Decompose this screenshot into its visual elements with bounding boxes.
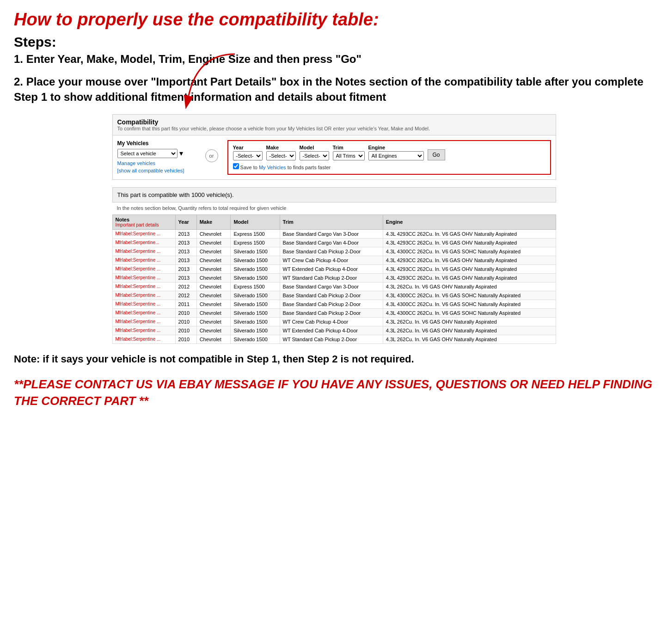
engine-select[interactable]: All Engines (368, 151, 424, 160)
trim-select[interactable]: All Trims (333, 151, 365, 160)
ymm-row: Year -Select- Make -Select- Model (233, 145, 545, 160)
cell-trim: Base Standard Cargo Van 3-Door (280, 229, 383, 238)
cell-make: Chevrolet (196, 300, 231, 308)
dropdown-icon: ▾ (179, 149, 183, 158)
cell-make: Chevrolet (196, 335, 231, 343)
cell-year: 2013 (175, 256, 196, 264)
year-select[interactable]: -Select- (233, 151, 263, 160)
cell-make: Chevrolet (196, 326, 231, 335)
cell-model: Silverado 1500 (231, 256, 280, 264)
cell-year: 2010 (175, 317, 196, 326)
cell-make: Chevrolet (196, 256, 231, 264)
cell-trim: WT Extended Cab Pickup 4-Door (280, 264, 383, 273)
cell-model: Express 1500 (231, 229, 280, 238)
col-model: Model (231, 215, 280, 229)
cell-trim: Base Standard Cab Pickup 2-Door (280, 247, 383, 256)
cell-year: 2013 (175, 229, 196, 238)
cell-model: Express 1500 (231, 282, 280, 291)
table-row: Mfrlabel:Serpentine ...2013ChevroletSilv… (112, 247, 556, 256)
cell-notes: Mfrlabel:Serpentine ... (112, 247, 175, 256)
save-row: Save to My Vehicles to finds parts faste… (233, 163, 545, 170)
cell-notes: Mfrlabel:Serpentine ... (112, 282, 175, 291)
cell-engine: 4.3L 4300CC 262Cu. In. V6 GAS SOHC Natur… (383, 308, 556, 317)
cell-engine: 4.3L 262Cu. In. V6 GAS OHV Naturally Asp… (383, 326, 556, 335)
cell-engine: 4.3L 262Cu. In. V6 GAS OHV Naturally Asp… (383, 335, 556, 343)
cell-trim: WT Crew Cab Pickup 4-Door (280, 256, 383, 264)
or-divider: or (205, 149, 218, 162)
cell-year: 2012 (175, 291, 196, 300)
ymm-section: Year -Select- Make -Select- Model (227, 140, 551, 175)
step1-text: 1. Enter Year, Make, Model, Trim, Engine… (14, 53, 654, 66)
cell-engine: 4.3L 4300CC 262Cu. In. V6 GAS SOHC Natur… (383, 300, 556, 308)
cell-make: Chevrolet (196, 308, 231, 317)
cell-make: Chevrolet (196, 247, 231, 256)
make-select[interactable]: -Select- (266, 151, 296, 160)
cell-engine: 4.3L 262Cu. In. V6 GAS OHV Naturally Asp… (383, 317, 556, 326)
manage-vehicles-link[interactable]: Manage vehicles (117, 160, 196, 166)
cell-trim: Base Standard Cab Pickup 2-Door (280, 291, 383, 300)
compatibility-table: Notes Important part details Year Make M… (112, 215, 556, 344)
cell-model: Silverado 1500 (231, 291, 280, 300)
table-row: Mfrlabel:Serpentine ...2010ChevroletSilv… (112, 308, 556, 317)
my-vehicles-label: My Vehicles (117, 140, 196, 147)
vehicle-select-row: Select a vehicle ▾ (117, 149, 196, 158)
compat-header: Compatibility To confirm that this part … (113, 115, 556, 135)
cell-engine: 4.3L 4293CC 262Cu. In. V6 GAS OHV Natura… (383, 256, 556, 264)
go-button[interactable]: Go (428, 149, 445, 160)
make-label: Make (266, 145, 296, 150)
table-row: Mfrlabel:Serpentine ...2012ChevroletExpr… (112, 282, 556, 291)
compatible-info: This part is compatible with 1000 vehicl… (112, 187, 556, 202)
cell-trim: Base Standard Cab Pickup 2-Door (280, 308, 383, 317)
show-all-link[interactable]: [show all compatible vehicles] (117, 168, 196, 173)
table-row: Mfrlabel:Serpentine ...2013ChevroletSilv… (112, 264, 556, 273)
cell-year: 2013 (175, 264, 196, 273)
col-engine: Engine (383, 215, 556, 229)
main-title: How to properly use the compatibility ta… (14, 9, 654, 31)
year-label: Year (233, 145, 263, 150)
col-year: Year (175, 215, 196, 229)
cell-model: Silverado 1500 (231, 300, 280, 308)
cell-make: Chevrolet (196, 317, 231, 326)
col-trim: Trim (280, 215, 383, 229)
cell-year: 2011 (175, 300, 196, 308)
model-label: Model (300, 145, 329, 150)
cell-make: Chevrolet (196, 229, 231, 238)
table-row: Mfrlabel:Serpentine...2013ChevroletExpre… (112, 238, 556, 247)
my-vehicles-save-link[interactable]: My Vehicles (259, 165, 286, 170)
cell-notes: Mfrlabel:Serpentine ... (112, 229, 175, 238)
compat-title: Compatibility (117, 118, 551, 126)
cell-trim: WT Standard Cab Pickup 2-Door (280, 273, 383, 282)
table-row: Mfrlabel:Serpentine ...2010ChevroletSilv… (112, 317, 556, 326)
compat-description: To confirm that this part fits your vehi… (117, 126, 551, 131)
compat-body: My Vehicles Select a vehicle ▾ Manage ve… (113, 135, 556, 179)
cell-trim: Base Standard Cargo Van 3-Door (280, 282, 383, 291)
model-select[interactable]: -Select- (300, 151, 329, 160)
save-checkbox[interactable] (233, 163, 239, 169)
trim-field: Trim All Trims (333, 145, 365, 160)
cell-year: 2012 (175, 282, 196, 291)
cell-engine: 4.3L 4300CC 262Cu. In. V6 GAS SOHC Natur… (383, 247, 556, 256)
table-row: Mfrlabel:Serpentine ...2010ChevroletSilv… (112, 335, 556, 343)
cell-model: Silverado 1500 (231, 317, 280, 326)
cell-engine: 4.3L 262Cu. In. V6 GAS OHV Naturally Asp… (383, 282, 556, 291)
steps-label: Steps: (14, 34, 654, 50)
cell-engine: 4.3L 4300CC 262Cu. In. V6 GAS SOHC Natur… (383, 291, 556, 300)
table-header-row: Notes Important part details Year Make M… (112, 215, 556, 229)
cell-model: Silverado 1500 (231, 326, 280, 335)
cell-trim: WT Crew Cab Pickup 4-Door (280, 317, 383, 326)
cell-model: Express 1500 (231, 238, 280, 247)
vehicle-select[interactable]: Select a vehicle (117, 149, 178, 158)
table-row: Mfrlabel:Serpentine ...2013ChevroletSilv… (112, 256, 556, 264)
table-row: Mfrlabel:Serpentine ...2011ChevroletSilv… (112, 300, 556, 308)
table-row: Mfrlabel:Serpentine ...2013ChevroletExpr… (112, 229, 556, 238)
cell-notes: Mfrlabel:Serpentine ... (112, 317, 175, 326)
cell-trim: WT Standard Cab Pickup 2-Door (280, 335, 383, 343)
cell-notes: Mfrlabel:Serpentine ... (112, 308, 175, 317)
my-vehicles-section: My Vehicles Select a vehicle ▾ Manage ve… (117, 140, 196, 173)
cell-year: 2010 (175, 335, 196, 343)
cell-year: 2013 (175, 273, 196, 282)
cell-notes: Mfrlabel:Serpentine ... (112, 335, 175, 343)
model-field: Model -Select- (300, 145, 329, 160)
step2-text: 2. Place your mouse over "Important Part… (14, 74, 654, 105)
cell-notes: Mfrlabel:Serpentine ... (112, 264, 175, 273)
